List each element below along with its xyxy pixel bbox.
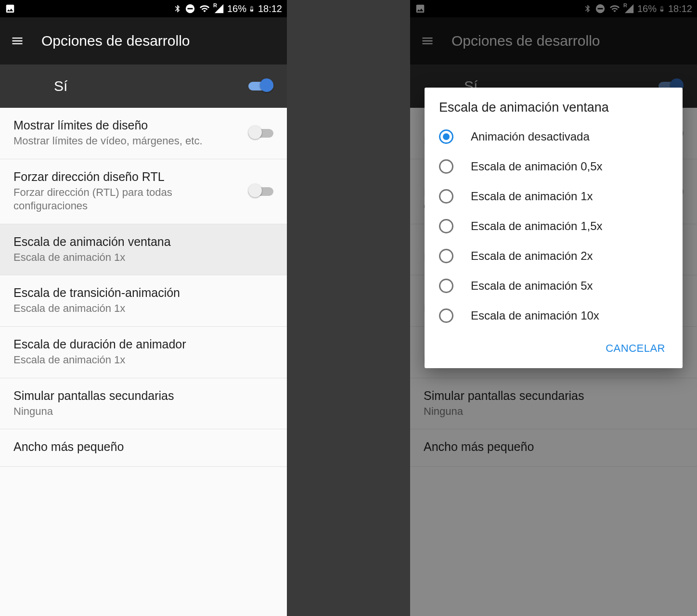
animation-scale-dialog: Escala de animación ventana Animación de… [425,88,683,368]
radio-icon[interactable] [439,129,453,144]
svg-rect-1 [187,8,193,10]
settings-item[interactable]: Ancho más pequeño [0,429,287,467]
status-bar: R 16% 18:12 [0,0,287,17]
radio-icon[interactable] [439,219,453,233]
settings-item-title: Ancho más pequeño [13,440,273,454]
settings-item[interactable]: Escala de duración de animadorEscala de … [0,327,287,378]
dialog-option[interactable]: Escala de animación 5x [425,271,683,301]
dialog-option-label: Escala de animación 5x [471,279,593,293]
menu-icon[interactable] [11,34,24,48]
master-switch[interactable] [248,78,273,94]
dialog-option[interactable]: Escala de animación 1,5x [425,211,683,241]
wifi-icon [198,3,211,14]
settings-item[interactable]: Mostrar límites de diseñoMostrar límites… [0,108,287,159]
settings-item-subtitle: Ninguna [13,405,273,419]
settings-list: Mostrar límites de diseñoMostrar límites… [0,108,287,467]
dialog-option-label: Escala de animación 1,5x [471,219,603,233]
item-switch[interactable] [248,184,273,199]
master-toggle-row[interactable]: Sí [0,64,287,108]
clock: 18:12 [258,3,282,14]
settings-item-subtitle: Escala de animación 1x [13,353,273,367]
settings-item-title: Forzar dirección diseño RTL [13,170,239,184]
dialog-option-label: Escala de animación 0,5x [471,160,603,173]
settings-item-title: Simular pantallas secundarias [13,389,273,403]
app-bar: Opciones de desarrollo [0,17,287,64]
dialog-option[interactable]: Escala de animación 0,5x [425,152,683,181]
phone-right: R 16% 18:12 Opciones de desarrollo Sí Mo… [410,0,697,616]
bluetooth-icon [173,3,182,14]
gallery-icon [5,3,15,14]
radio-icon[interactable] [439,279,453,293]
settings-item[interactable]: Escala de animación ventanaEscala de ani… [0,224,287,276]
settings-item-subtitle: Forzar dirección (RTL) para todas config… [13,186,239,213]
radio-icon[interactable] [439,249,453,263]
master-toggle-label: Sí [54,78,67,94]
settings-item-title: Mostrar límites de diseño [13,118,239,132]
radio-icon[interactable] [439,159,453,174]
page-title: Opciones de desarrollo [41,33,190,49]
dnd-icon [185,3,195,14]
battery-percent: 16% [227,3,246,14]
settings-item-title: Escala de transición-animación [13,286,273,300]
signal-icon: R [214,3,224,14]
settings-item-title: Escala de animación ventana [13,235,273,249]
battery-charging-icon [248,3,255,14]
dialog-option[interactable]: Escala de animación 10x [425,301,683,331]
settings-item-subtitle: Mostrar límites de vídeo, márgenes, etc. [13,134,239,148]
dialog-option[interactable]: Escala de animación 1x [425,181,683,211]
phone-left: R 16% 18:12 Opciones de desarrollo Sí Mo… [0,0,287,616]
cancel-button[interactable]: CANCELAR [599,337,672,359]
settings-item-subtitle: Escala de animación 1x [13,251,273,265]
settings-item[interactable]: Simular pantallas secundariasNinguna [0,378,287,430]
settings-item-title: Escala de duración de animador [13,337,273,351]
dialog-option-label: Escala de animación 1x [471,190,593,203]
item-switch[interactable] [248,126,273,141]
settings-item[interactable]: Forzar dirección diseño RTLForzar direcc… [0,159,287,224]
settings-item-subtitle: Escala de animación 1x [13,302,273,316]
dialog-option[interactable]: Animación desactivada [425,122,683,152]
dialog-option-label: Escala de animación 2x [471,249,593,263]
radio-icon[interactable] [439,189,453,204]
dialog-option-label: Escala de animación 10x [471,309,599,322]
dialog-title: Escala de animación ventana [425,100,683,122]
screenshot-gap [287,0,410,616]
dialog-option-label: Animación desactivada [471,130,590,143]
radio-icon[interactable] [439,308,453,323]
dialog-option[interactable]: Escala de animación 2x [425,241,683,271]
settings-item[interactable]: Escala de transición-animaciónEscala de … [0,275,287,327]
